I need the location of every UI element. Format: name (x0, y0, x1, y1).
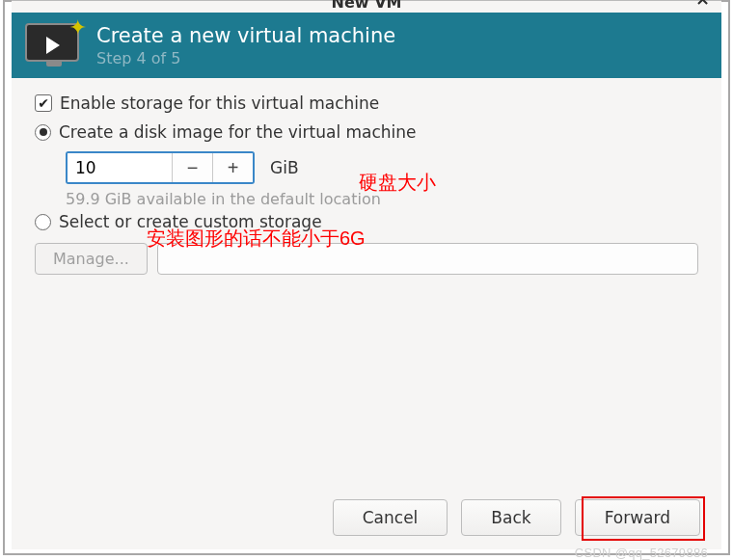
disk-size-spinner: − + (66, 151, 255, 184)
vm-monitor-icon: ✦ (25, 23, 83, 67)
window-title: New VM (332, 0, 402, 12)
enable-storage-label: Enable storage for this virtual machine (60, 93, 379, 113)
decrement-button[interactable]: − (172, 153, 212, 182)
new-star-icon: ✦ (69, 15, 87, 40)
disk-size-unit: GiB (270, 158, 299, 177)
wizard-content: ✔ Enable storage for this virtual machin… (12, 78, 721, 284)
wizard-step: Step 4 of 5 (96, 49, 395, 67)
create-disk-radio[interactable] (35, 124, 51, 141)
storage-path-input[interactable] (157, 243, 698, 275)
create-disk-label: Create a disk image for the virtual mach… (59, 122, 417, 142)
wizard-footer: Cancel Back Forward (333, 499, 700, 536)
back-button[interactable]: Back (461, 499, 560, 536)
increment-button[interactable]: + (212, 153, 253, 182)
available-space-hint: 59.9 GiB available in the default locati… (66, 190, 698, 208)
enable-storage-checkbox[interactable]: ✔ (35, 94, 52, 112)
manage-button[interactable]: Manage... (35, 243, 148, 275)
watermark: CSDN @qq_52679886 (575, 546, 708, 560)
wizard-header: ✦ Create a new virtual machine Step 4 of… (12, 13, 721, 78)
custom-storage-label: Select or create custom storage (59, 212, 322, 231)
wizard-title: Create a new virtual machine (96, 24, 395, 47)
disk-size-input[interactable] (68, 153, 172, 182)
custom-storage-radio[interactable] (35, 214, 51, 230)
forward-button[interactable]: Forward (575, 499, 700, 536)
cancel-button[interactable]: Cancel (333, 499, 448, 536)
vm-wizard-window: New VM × ✦ Create a new virtual machine … (12, 0, 721, 549)
titlebar: New VM × (12, 1, 721, 13)
close-icon[interactable]: × (695, 0, 710, 1)
